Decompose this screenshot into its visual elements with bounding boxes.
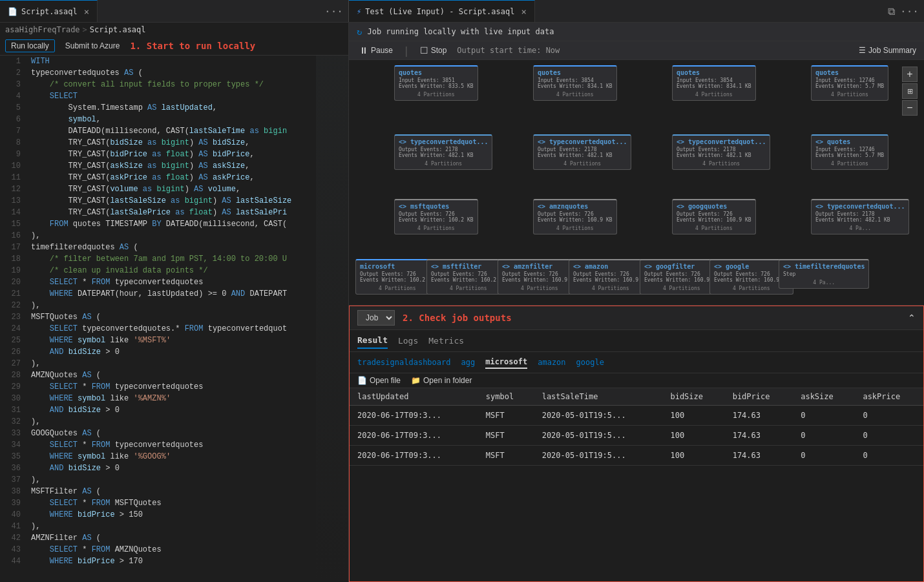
col-bidSize: bidSize xyxy=(662,388,724,406)
code-area[interactable]: 12345 678910 1112131415 1617181920 21222… xyxy=(0,56,348,582)
job-status-icon: ↻ xyxy=(357,26,362,37)
tab-test[interactable]: ⚡ Test (Live Input) - Script.asaql × xyxy=(349,0,535,22)
stop-label: Stop xyxy=(431,46,447,55)
collapse-button[interactable]: ⌃ xyxy=(908,313,916,323)
node-timefiltered[interactable]: <> timefilteredquotes Step 4 Pa... xyxy=(779,259,869,289)
table-cell: 100 xyxy=(662,446,724,466)
stop-button[interactable]: ☐ Stop xyxy=(417,44,450,57)
breadcrumb-sep1: > xyxy=(83,25,87,34)
job-summary-button[interactable]: ☰ Job Summary xyxy=(859,46,916,55)
open-folder-label: Open in folder xyxy=(423,376,472,385)
test-tab-close[interactable]: × xyxy=(521,6,526,17)
step1-label: 1. Start to run locally xyxy=(130,41,255,51)
tab-metrics[interactable]: Metrics xyxy=(428,333,464,348)
col-lastUpdated: lastUpdated xyxy=(350,388,478,406)
node-googquotes[interactable]: <> googquotes Output Events: 726 Events … xyxy=(672,199,756,234)
table-body: 2020-06-17T09:3...MSFT2020-05-01T19:5...… xyxy=(350,406,923,466)
table-cell: 174.63 xyxy=(725,406,793,426)
run-locally-button[interactable]: Run locally xyxy=(5,39,55,52)
node-typeconv-2[interactable]: <> typeconvertedquot... Output Events: 2… xyxy=(533,134,631,170)
subtab-agg[interactable]: agg xyxy=(461,357,476,368)
node-quotes-1[interactable]: quotes Input Events: 3851 Events Written… xyxy=(394,65,478,101)
col-lastSaleTime: lastSaleTime xyxy=(534,388,663,406)
col-askSize: askSize xyxy=(793,388,855,406)
output-panel-header: Job 2. Check job outputs ⌃ xyxy=(350,306,923,330)
breadcrumb-part1: asaHighFreqTrade xyxy=(5,25,80,34)
graph-canvas[interactable]: quotes Input Events: 3851 Events Written… xyxy=(349,60,924,305)
table-cell: 0 xyxy=(793,446,855,466)
tab-result[interactable]: Result xyxy=(357,333,388,349)
step2-label: 2. Check job outputs xyxy=(403,313,900,323)
test-tab-label: Test (Live Input) - Script.asaql xyxy=(365,7,514,16)
col-symbol: symbol xyxy=(478,388,534,406)
script-tab-close[interactable]: × xyxy=(84,6,89,17)
node-msftquotes[interactable]: <> msftquotes Output Events: 726 Events … xyxy=(394,199,478,234)
folder-icon: 📁 xyxy=(411,376,421,385)
node-amznquotes[interactable]: <> amznquotes Output Events: 726 Events … xyxy=(533,199,617,234)
pause-label: Pause xyxy=(371,46,393,55)
node-quotes-4[interactable]: quotes Input Events: 12746 Events Writte… xyxy=(811,65,888,101)
minimap xyxy=(316,56,348,582)
job-summary-icon: ☰ xyxy=(859,46,866,55)
subtab-tradesignal[interactable]: tradesignaldashboard xyxy=(357,357,451,368)
node-typeconv-out[interactable]: <> typeconvertedquot... Output Events: 2… xyxy=(811,199,909,234)
results-table: lastUpdated symbol lastSaleTime bidSize … xyxy=(350,388,923,466)
zoom-in-button[interactable]: + xyxy=(902,67,918,82)
breadcrumb-part2: Script.asaql xyxy=(90,25,146,34)
stop-icon: ☐ xyxy=(420,45,428,56)
table-cell: 2020-05-01T19:5... xyxy=(534,406,663,426)
table-cell: 0 xyxy=(855,406,923,426)
main-content: asaHighFreqTrade > Script.asaql Run loca… xyxy=(0,23,924,582)
split-editor-icon[interactable]: ⧉ xyxy=(888,5,895,17)
subtab-google[interactable]: google xyxy=(576,357,604,368)
data-table[interactable]: lastUpdated symbol lastSaleTime bidSize … xyxy=(350,388,923,581)
tab-bar: 📄 Script.asaql × ··· ⚡ Test (Live Input)… xyxy=(0,0,924,23)
tab-logs[interactable]: Logs xyxy=(398,333,418,348)
breadcrumb: asaHighFreqTrade > Script.asaql xyxy=(0,23,348,37)
pause-button[interactable]: ⏸ Pause xyxy=(357,44,395,57)
output-panel: Job 2. Check job outputs ⌃ Result Logs M… xyxy=(349,306,924,582)
table-cell: MSFT xyxy=(478,426,534,446)
subtab-microsoft[interactable]: microsoft xyxy=(485,356,527,369)
submit-azure-button[interactable]: Submit to Azure xyxy=(60,40,125,52)
node-quotes-3[interactable]: quotes Input Events: 3854 Events Written… xyxy=(672,65,756,101)
job-select[interactable]: Job xyxy=(357,310,395,326)
tab-script[interactable]: 📄 Script.asaql × xyxy=(0,0,98,22)
sub-tabs: tradesignaldashboard agg microsoft amazo… xyxy=(350,352,923,373)
table-header-row: lastUpdated symbol lastSaleTime bidSize … xyxy=(350,388,923,406)
table-row: 2020-06-17T09:3...MSFT2020-05-01T19:5...… xyxy=(350,426,923,446)
graph-area: quotes Input Events: 3851 Events Written… xyxy=(349,60,924,306)
code-content[interactable]: WITH typeconvertedquotes AS ( /* convert… xyxy=(26,56,316,582)
left-more-button[interactable]: ··· xyxy=(319,0,348,22)
table-cell: MSFT xyxy=(478,446,534,466)
table-cell: 2020-05-01T19:5... xyxy=(534,426,663,446)
open-folder-button[interactable]: 📁 Open in folder xyxy=(411,376,472,385)
zoom-controls: + ⊞ − xyxy=(902,67,918,116)
job-status-bar: ↻ Job running locally with live input da… xyxy=(349,23,924,41)
node-quotes-2[interactable]: quotes Input Events: 3854 Events Written… xyxy=(533,65,617,101)
fit-button[interactable]: ⊞ xyxy=(902,83,918,99)
table-cell: 174.63 xyxy=(725,426,793,446)
table-row: 2020-06-17T09:3...MSFT2020-05-01T19:5...… xyxy=(350,406,923,426)
node-typeconv-1[interactable]: <> typeconvertedquot... Output Events: 2… xyxy=(394,134,492,170)
script-tab-icon: 📄 xyxy=(8,7,17,16)
node-quotes-out[interactable]: <> quotes Input Events: 12746 Events Wri… xyxy=(811,134,888,170)
col-askPrice: askPrice xyxy=(855,388,923,406)
file-icon: 📄 xyxy=(357,376,367,385)
subtab-amazon[interactable]: amazon xyxy=(538,357,565,368)
output-tabs: Result Logs Metrics xyxy=(350,330,923,352)
left-tab-bar: 📄 Script.asaql × ··· xyxy=(0,0,349,22)
controls-bar: ⏸ Pause | ☐ Stop Output start time: Now … xyxy=(349,41,924,60)
editor-toolbar: Run locally Submit to Azure 1. Start to … xyxy=(0,37,348,56)
table-cell: 2020-06-17T09:3... xyxy=(350,426,478,446)
open-file-button[interactable]: 📄 Open file xyxy=(357,376,401,385)
node-typeconv-3[interactable]: <> typeconvertedquot... Output Events: 2… xyxy=(672,134,770,170)
job-summary-label: Job Summary xyxy=(868,46,916,55)
col-bidPrice: bidPrice xyxy=(725,388,793,406)
right-more-button[interactable]: ··· xyxy=(900,5,919,17)
table-cell: 0 xyxy=(855,446,923,466)
table-cell: 100 xyxy=(662,406,724,426)
table-cell: 174.63 xyxy=(725,446,793,466)
table-cell: 2020-06-17T09:3... xyxy=(350,446,478,466)
zoom-out-button[interactable]: − xyxy=(902,100,918,116)
